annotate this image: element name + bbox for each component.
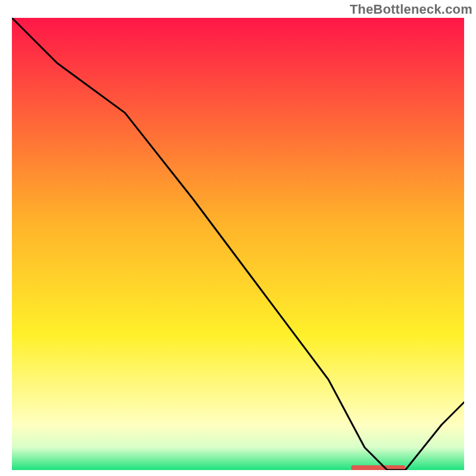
watermark-label: TheBottleneck.com — [350, 2, 472, 17]
gradient-background — [12, 18, 464, 470]
plot-area — [12, 18, 464, 470]
chart-stage: TheBottleneck.com — [0, 0, 476, 476]
heatmap-line-chart — [12, 18, 464, 470]
